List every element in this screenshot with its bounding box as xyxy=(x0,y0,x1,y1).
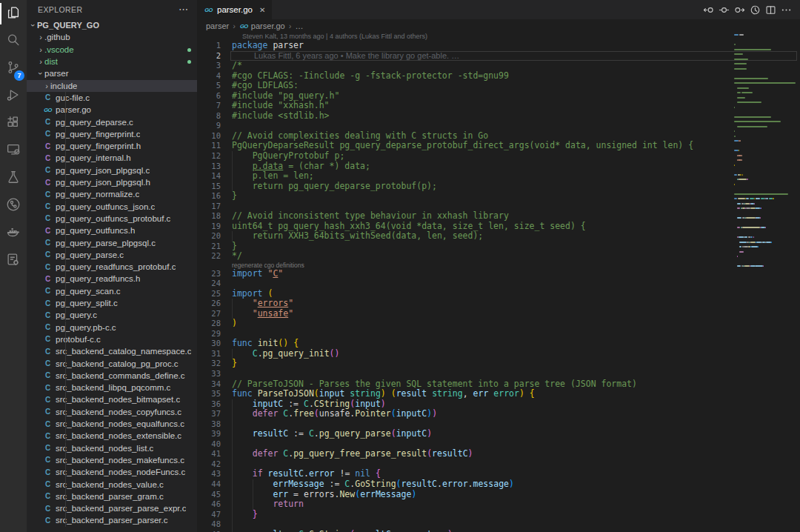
code-line[interactable]: 24 xyxy=(197,279,800,289)
tree-item-pg-query-fingerprint.c[interactable]: Cpg_query_fingerprint.c xyxy=(27,128,197,140)
tree-item-pg-query.c[interactable]: Cpg_query.c xyxy=(27,309,197,321)
tree-item-src-backend-nodes-list.c[interactable]: Csrc_backend_nodes_list.c xyxy=(27,442,197,454)
tree-item-src-backend-libpq-pqcomm.c[interactable]: Csrc_backend_libpq_pqcomm.c xyxy=(27,382,197,393)
activitybar-project-settings[interactable] xyxy=(0,247,27,274)
tree-item-src-backend-parser-parse-expr.c[interactable]: Csrc_backend_parser_parse_expr.c xyxy=(27,502,197,514)
code-line[interactable]: 18// Avoid inconsistent type behaviour i… xyxy=(197,211,800,222)
open-changes-icon[interactable] xyxy=(716,2,732,17)
tree-item-pg-query-readfuncs.h[interactable]: Cpg_query_readfuncs.h xyxy=(27,273,197,285)
code-line[interactable]: 29 xyxy=(197,329,800,339)
tree-item-pg-query-scan.c[interactable]: Cpg_query_scan.c xyxy=(27,285,197,297)
tree-item-src-backend-nodes-makefuncs.c[interactable]: Csrc_backend_nodes_makefuncs.c xyxy=(27,454,197,466)
code-line[interactable]: 21} xyxy=(197,242,800,252)
tree-item-src-backend-catalog-pg-proc.c[interactable]: Csrc_backend_catalog_pg_proc.c xyxy=(27,357,197,369)
code-line[interactable]: 22*/ xyxy=(197,251,800,262)
code-line[interactable]: 34// ParseToJSON - Parses the given SQL … xyxy=(197,379,800,390)
code-line[interactable]: 42 xyxy=(197,459,800,470)
code-line[interactable]: 33 xyxy=(197,369,800,379)
tree-item-pg-query-fingerprint.h[interactable]: Cpg_query_fingerprint.h xyxy=(27,140,197,152)
code-line[interactable]: 31 C.pg_query_init() xyxy=(197,349,800,359)
code-line[interactable]: 43 if resultC.error != nil { xyxy=(197,469,800,479)
activitybar-remote-explorer[interactable] xyxy=(0,137,27,164)
code-line[interactable]: 17 xyxy=(197,202,800,212)
code-line[interactable]: 36 inputC := C.CString(input) xyxy=(197,399,800,410)
tab-parser-go[interactable]: GO parser.go ✕ xyxy=(197,0,272,19)
open-previous-change-icon[interactable] xyxy=(701,2,716,17)
activitybar-git-history[interactable] xyxy=(0,192,27,219)
code-line[interactable]: 20 return XXH3_64bits_withSeed(data, len… xyxy=(197,231,800,242)
code-line[interactable]: 6#include "pg_query.h" xyxy=(197,91,800,102)
activitybar-explorer[interactable] xyxy=(0,0,27,27)
tree-item-guc-file.c[interactable]: Cguc-file.c xyxy=(27,92,197,104)
tree-item-pg-query-parse-plpgsql.c[interactable]: Cpg_query_parse_plpgsql.c xyxy=(27,236,197,248)
tree-item-src-backend-nodes-bitmapset.c[interactable]: Csrc_backend_nodes_bitmapset.c xyxy=(27,393,197,405)
activitybar-testing[interactable] xyxy=(0,164,27,192)
code-line[interactable]: 35func ParseToJSON(input string) (result… xyxy=(197,389,800,399)
code-line[interactable]: 19uint64_t pg_query_hash_xxh3_64(void *d… xyxy=(197,222,800,232)
tree-item-parser.go[interactable]: GOparser.go xyxy=(27,104,197,116)
tree-item-include[interactable]: ›include xyxy=(27,80,197,92)
code-line[interactable]: 38 xyxy=(197,419,800,430)
code-line[interactable]: 37 defer C.free(unsafe.Pointer(inputC)) xyxy=(197,409,800,419)
code-line[interactable]: 44 errMessage := C.GoString(resultC.erro… xyxy=(197,479,800,490)
code-line[interactable]: 3/* xyxy=(197,61,800,71)
file-history-icon[interactable] xyxy=(747,2,763,17)
code-line[interactable]: 4#cgo CFLAGS: -Iinclude -g -fstack-prote… xyxy=(197,71,800,82)
code-line[interactable]: 41 defer C.pg_query_free_parse_result(re… xyxy=(197,449,800,459)
tree-item-.vscode[interactable]: ›.vscode xyxy=(27,44,197,56)
more-actions-icon[interactable]: ⋯ xyxy=(179,6,188,13)
open-next-change-icon[interactable] xyxy=(732,2,747,17)
code-line[interactable]: 13 p.data = (char *) data; xyxy=(197,162,800,172)
code-line[interactable]: 2Lukas Fittl, 6 years ago • Make the lib… xyxy=(197,51,800,61)
code-line[interactable]: 46 return xyxy=(197,499,800,510)
close-icon[interactable]: ✕ xyxy=(259,6,265,14)
tree-item-pg-query-go[interactable]: ›PG_QUERY_GO xyxy=(27,19,197,31)
code-lens[interactable]: regenerate cgo definitions xyxy=(197,262,800,269)
code-line[interactable]: 7#include "xxhash.h" xyxy=(197,101,800,111)
tree-item-src-backend-nodes-extensible.c[interactable]: Csrc_backend_nodes_extensible.c xyxy=(27,430,197,442)
code-line[interactable]: 5#cgo LDFLAGS: xyxy=(197,81,800,91)
code-line[interactable]: 40 xyxy=(197,439,800,450)
code-line[interactable]: 10// Avoid complexities dealing with C s… xyxy=(197,131,800,142)
code-line[interactable]: 16} xyxy=(197,191,800,202)
tree-item-src-backend-catalog-namespace.c[interactable]: Csrc_backend_catalog_namespace.c xyxy=(27,345,197,357)
tree-item-pg-query.pb-c.c[interactable]: Cpg_query.pb-c.c xyxy=(27,322,197,333)
tree-item-src-backend-nodes-copyfuncs.c[interactable]: Csrc_backend_nodes_copyfuncs.c xyxy=(27,406,197,418)
tree-item-src-backend-parser-gram.c[interactable]: Csrc_backend_parser_gram.c xyxy=(27,491,197,502)
tree-item-.github[interactable]: ›.github xyxy=(27,31,197,43)
breadcrumb-item[interactable]: … xyxy=(295,21,303,30)
code-line[interactable]: 9 xyxy=(197,121,800,131)
code-line[interactable]: 14 p.len = len; xyxy=(197,171,800,182)
activitybar-docker[interactable] xyxy=(0,219,27,247)
code-line[interactable]: 27 "unsafe" xyxy=(197,309,800,319)
tree-item-src-backend-parser-parser.c[interactable]: Csrc_backend_parser_parser.c xyxy=(27,514,197,526)
tree-item-src-backend-nodes-nodefuncs.c[interactable]: Csrc_backend_nodes_nodeFuncs.c xyxy=(27,466,197,478)
breadcrumb-item[interactable]: GOparser.go xyxy=(239,21,285,30)
code-line[interactable]: 25import ( xyxy=(197,289,800,299)
tree-item-pg-query-outfuncs-protobuf.c[interactable]: Cpg_query_outfuncs_protobuf.c xyxy=(27,213,197,225)
tree-item-pg-query-internal.h[interactable]: Cpg_query_internal.h xyxy=(27,152,197,164)
tree-item-src-backend-nodes-value.c[interactable]: Csrc_backend_nodes_value.c xyxy=(27,478,197,490)
code-line[interactable]: 23import "C" xyxy=(197,269,800,279)
tree-item-src-backend-nodes-equalfuncs.c[interactable]: Csrc_backend_nodes_equalfuncs.c xyxy=(27,418,197,430)
tree-item-pg-query-deparse.c[interactable]: Cpg_query_deparse.c xyxy=(27,116,197,127)
tree-item-src-backend-commands-define.c[interactable]: Csrc_backend_commands_define.c xyxy=(27,370,197,382)
code-line[interactable]: 48 xyxy=(197,519,800,530)
tree-item-pg-query-json-plpgsql.h[interactable]: Cpg_query_json_plpgsql.h xyxy=(27,176,197,188)
activitybar-search[interactable] xyxy=(0,27,27,55)
code-line[interactable]: 39 resultC := C.pg_query_parse(inputC) xyxy=(197,429,800,439)
tree-item-pg-query-split.c[interactable]: Cpg_query_split.c xyxy=(27,297,197,309)
tree-item-parser[interactable]: ›parser xyxy=(27,67,197,79)
code-line[interactable]: 32} xyxy=(197,359,800,369)
breadcrumb-item[interactable]: parser xyxy=(206,21,229,30)
split-editor-icon[interactable] xyxy=(763,2,779,17)
code-line[interactable]: 15 return pg_query_deparse_protobuf(p); xyxy=(197,182,800,192)
tree-item-pg-query-readfuncs-protobuf.c[interactable]: Cpg_query_readfuncs_protobuf.c xyxy=(27,261,197,273)
activitybar-run-debug[interactable] xyxy=(0,82,27,110)
tree-item-pg-query-normalize.c[interactable]: Cpg_query_normalize.c xyxy=(27,188,197,200)
code-line[interactable]: 28) xyxy=(197,319,800,329)
code-line[interactable]: 12 PgQueryProtobuf p; xyxy=(197,151,800,162)
more-actions-icon[interactable] xyxy=(779,2,794,17)
tree-item-pg-query-outfuncs-json.c[interactable]: Cpg_query_outfuncs_json.c xyxy=(27,201,197,213)
code-line[interactable]: 1package parser xyxy=(197,41,800,51)
